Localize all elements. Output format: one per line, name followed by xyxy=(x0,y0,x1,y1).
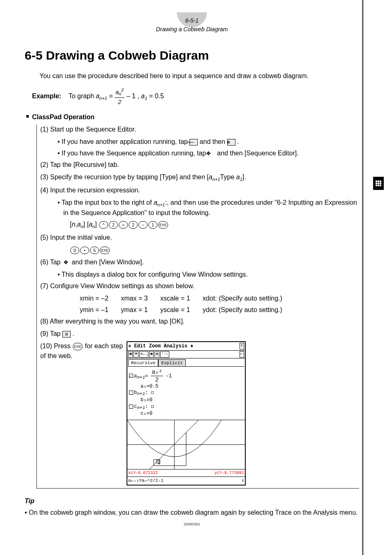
step-10: (10) Press EXE for each step of the web. xyxy=(40,341,127,361)
step-7: (7) Configure View Window settings as sh… xyxy=(40,281,359,291)
cobweb-icon[interactable]: ▥ xyxy=(62,331,71,338)
eq-a1[interactable]: a₁=0.5 xyxy=(141,384,243,390)
calculator-screenshot: ❖ Edit Zoom Analysis ♦ X ▦ ▼ aₙ… ▣ ▥ ⁺⁄ₓ… xyxy=(127,341,246,486)
step-1: (1) Start up the Sequence Editor. xyxy=(40,125,359,134)
checkbox-a-icon[interactable] xyxy=(129,374,133,378)
section-head: ClassPad Operation xyxy=(32,112,359,122)
example-equals: = xyxy=(109,92,115,99)
calc-menu-items[interactable]: ❖ Edit Zoom Analysis ♦ xyxy=(128,342,193,350)
calc-graph-area[interactable] xyxy=(127,420,245,469)
example-lhs-a: a xyxy=(96,92,99,99)
key-caret[interactable]: ^ xyxy=(99,221,108,229)
key-dot[interactable]: • xyxy=(80,247,89,254)
tip-text: • On the cobweb graph window, you can dr… xyxy=(30,508,359,518)
checkbox-c-icon[interactable] xyxy=(129,405,133,409)
key-exe-3[interactable]: EXE xyxy=(73,343,83,350)
tip-section: Tip • On the cobweb graph window, you ca… xyxy=(25,496,359,518)
calc-equation-area: an+1= aₙ²2 –1 a₁=0.5 bn+1: ◻ b₁=0 cn+1: … xyxy=(127,368,245,420)
toolbar-btn-2[interactable]: ▼ xyxy=(134,351,138,358)
toolbar-btn-5[interactable]: ▥ xyxy=(154,351,159,358)
calc-trace-status: xc=-0.672322 yc=-0.773991 xyxy=(127,469,245,476)
sequence-app-icon[interactable]: ▦ xyxy=(227,139,235,146)
example-label: Example: xyxy=(32,92,61,99)
status-xc: xc=-0.672322 xyxy=(128,470,158,476)
calc-tabs: RecursiveExplicit xyxy=(127,358,245,368)
step-9: (9) Tap ▥ . xyxy=(40,329,359,339)
toolbar-btn-4[interactable]: ▣ xyxy=(149,351,154,358)
toolbar-btn-1[interactable]: ▦ xyxy=(128,351,133,358)
key-5[interactable]: 5 xyxy=(90,247,99,254)
step-4-bullet: • Tap the input box to the right of an+1… xyxy=(63,198,359,218)
example-lhs-sub: n+1 xyxy=(99,96,107,101)
page-header-badge: 6-5-1 Drawing a Cobweb Diagram xyxy=(138,12,245,34)
intro-text: You can use the procedure described here… xyxy=(39,71,359,81)
step-6-bullet: • This displays a dialog box for configu… xyxy=(63,270,359,280)
step-1-bullet-2: • If you have the Sequence application r… xyxy=(63,148,359,158)
step-3: (3) Specify the recursion type by tappin… xyxy=(40,172,359,183)
operation-steps: (1) Start up the Sequence Editor. • If y… xyxy=(36,125,359,489)
view-window-y: ymin = –1 ymax = 1 yscale = 1 ydot: (Spe… xyxy=(80,305,359,315)
eq-a[interactable]: an+1= aₙ²2 –1 xyxy=(129,368,243,384)
eq-b[interactable]: bn+1: ◻ xyxy=(129,390,243,397)
settings-menu-icon-2[interactable]: ❖ xyxy=(62,259,70,266)
cobweb-plot xyxy=(127,420,245,469)
eq-c[interactable]: cn+1: ◻ xyxy=(129,404,243,411)
view-window-x: xmin = –2 xmax = 3 xscale = 1 xdot: (Spe… xyxy=(80,294,359,303)
calc-bottom-bar: aₙ₊₁=aₙ^2/2-1 ⇕ xyxy=(127,476,245,485)
eq-c1[interactable]: c₁=0 xyxy=(141,411,243,417)
checkbox-b-icon[interactable] xyxy=(129,391,133,395)
step-1-bullet-1: • If you have another application runnin… xyxy=(63,137,359,147)
page-right-border xyxy=(362,0,363,555)
footer-code: 20060301 xyxy=(25,522,359,527)
calc-toolbar: ▦ ▼ aₙ… ▣ ▥ ⁺⁄ₓ ▷ xyxy=(127,351,245,358)
toolbar-expand-icon[interactable]: ▷ xyxy=(240,351,244,358)
step-6: (6) Tap ❖ and then [View Window]. xyxy=(40,257,359,267)
step-4-expression: [n,an] [an] ^2÷2−1EXE xyxy=(70,220,359,230)
scroll-indicator-icon[interactable]: ⇕ xyxy=(241,477,244,484)
eq-b1[interactable]: b₁=0 xyxy=(141,397,243,404)
example-tail: – 1 , xyxy=(127,92,141,99)
toolbar-btn-3[interactable]: aₙ… xyxy=(139,351,148,358)
menu-icon[interactable]: Menu xyxy=(189,139,198,146)
settings-menu-icon[interactable]: ❖ xyxy=(208,150,215,157)
status-yc: yc=-0.773991 xyxy=(214,470,244,476)
calc-close-icon[interactable]: X xyxy=(240,343,244,349)
key-1[interactable]: 1 xyxy=(148,221,157,229)
header-line1: 6-5-1 xyxy=(138,16,245,25)
calculator-side-icon xyxy=(373,177,384,190)
tip-label: Tip xyxy=(25,496,359,506)
header-line2: Drawing a Cobweb Diagram xyxy=(138,25,245,34)
key-0[interactable]: 0 xyxy=(70,247,79,254)
key-exe-2[interactable]: EXE xyxy=(100,247,110,254)
bottom-expression: aₙ₊₁=aₙ^2/2-1 xyxy=(128,477,164,484)
step-4: (4) Input the recursion expression. xyxy=(40,185,359,195)
key-div[interactable]: ÷ xyxy=(119,221,128,229)
step-8: (8) After everything is the way you want… xyxy=(40,317,359,326)
tab-recursive[interactable]: Recursive xyxy=(128,359,158,367)
step-5-expression: 0•5EXE xyxy=(70,245,359,255)
key-exe-1[interactable]: EXE xyxy=(158,221,168,229)
example-line: Example: To graph an+1 = an2 2 – 1 , a1 … xyxy=(32,87,359,106)
key-2b[interactable]: 2 xyxy=(129,221,138,229)
tab-explicit[interactable]: Explicit xyxy=(158,359,186,367)
calc-menu-bar: ❖ Edit Zoom Analysis ♦ X xyxy=(127,342,245,351)
step-2: (2) Tap the [Recursive] tab. xyxy=(40,160,359,170)
example-prefix: To graph xyxy=(69,92,96,99)
page-title: 6-5 Drawing a Cobweb Diagram xyxy=(25,46,359,65)
example-fraction: an2 2 xyxy=(115,87,125,106)
toolbar-btn-6[interactable]: ⁺⁄ₓ xyxy=(160,351,169,358)
key-minus[interactable]: − xyxy=(138,221,148,229)
step-5: (5) Input the initial value. xyxy=(40,233,359,243)
key-2a[interactable]: 2 xyxy=(109,221,118,229)
